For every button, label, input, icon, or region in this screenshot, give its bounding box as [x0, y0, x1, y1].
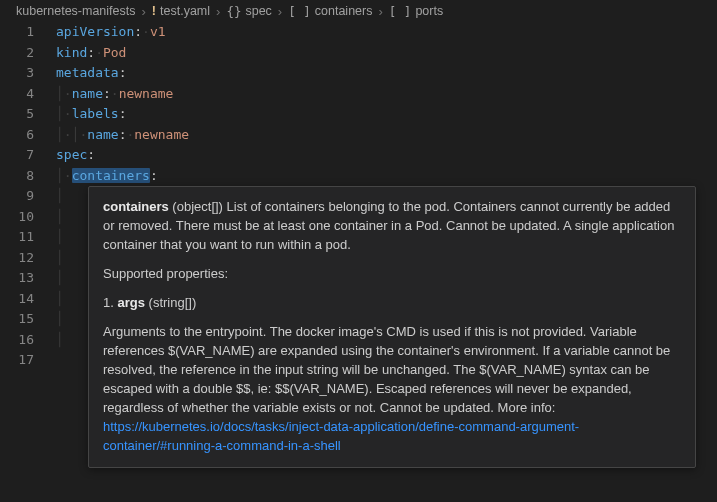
breadcrumb-file[interactable]: ! test.yaml	[152, 4, 210, 18]
line-number: 9	[0, 186, 34, 207]
braces-icon: {}	[226, 4, 241, 19]
line-number: 13	[0, 268, 34, 289]
line-number: 10	[0, 207, 34, 228]
line-number: 17	[0, 350, 34, 371]
hover-property-item: 1. args (string[])	[103, 293, 681, 312]
line-number: 11	[0, 227, 34, 248]
yaml-file-icon: !	[152, 4, 156, 18]
breadcrumb-folder[interactable]: kubernetes-manifests	[16, 4, 136, 18]
line-number: 15	[0, 309, 34, 330]
code-editor[interactable]: 1 2 3 4 5 6 7 8 9 10 11 12 13 14 15 16 1…	[0, 22, 717, 371]
brackets-icon: [ ]	[389, 4, 412, 19]
code-line[interactable]: │·│·name:·newname	[56, 125, 717, 146]
line-number: 12	[0, 248, 34, 269]
line-number: 2	[0, 43, 34, 64]
line-number: 1	[0, 22, 34, 43]
code-line[interactable]: spec:	[56, 145, 717, 166]
hover-property-description: Arguments to the entrypoint. The docker …	[103, 322, 681, 455]
breadcrumb-file-label: test.yaml	[160, 4, 210, 18]
line-number-gutter: 1 2 3 4 5 6 7 8 9 10 11 12 13 14 15 16 1…	[0, 22, 56, 371]
chevron-right-icon: ›	[142, 4, 146, 19]
hover-supported-heading: Supported properties:	[103, 264, 681, 283]
breadcrumb-label: ports	[415, 4, 443, 18]
breadcrumb-segment-ports[interactable]: [ ] ports	[389, 4, 443, 19]
brackets-icon: [ ]	[288, 4, 311, 19]
code-line[interactable]: │·labels:	[56, 104, 717, 125]
breadcrumb-label: containers	[315, 4, 373, 18]
breadcrumb[interactable]: kubernetes-manifests › ! test.yaml › {} …	[0, 0, 717, 22]
chevron-right-icon: ›	[278, 4, 282, 19]
code-line[interactable]: │·name:·newname	[56, 84, 717, 105]
line-number: 5	[0, 104, 34, 125]
code-line[interactable]: metadata:	[56, 63, 717, 84]
line-number: 16	[0, 330, 34, 351]
line-number: 14	[0, 289, 34, 310]
hover-tooltip[interactable]: containers (object[]) List of containers…	[88, 186, 696, 468]
line-number: 6	[0, 125, 34, 146]
breadcrumb-label: spec	[245, 4, 271, 18]
breadcrumb-segment-containers[interactable]: [ ] containers	[288, 4, 372, 19]
line-number: 3	[0, 63, 34, 84]
code-line[interactable]: apiVersion:·v1	[56, 22, 717, 43]
line-number: 4	[0, 84, 34, 105]
code-line[interactable]: kind:·Pod	[56, 43, 717, 64]
chevron-right-icon: ›	[216, 4, 220, 19]
hover-docs-link[interactable]: https://kubernetes.io/docs/tasks/inject-…	[103, 419, 579, 453]
chevron-right-icon: ›	[378, 4, 382, 19]
code-line[interactable]: │·containers:	[56, 166, 717, 187]
breadcrumb-segment-spec[interactable]: {} spec	[226, 4, 271, 19]
line-number: 7	[0, 145, 34, 166]
line-number: 8	[0, 166, 34, 187]
hover-description: containers (object[]) List of containers…	[103, 197, 681, 254]
